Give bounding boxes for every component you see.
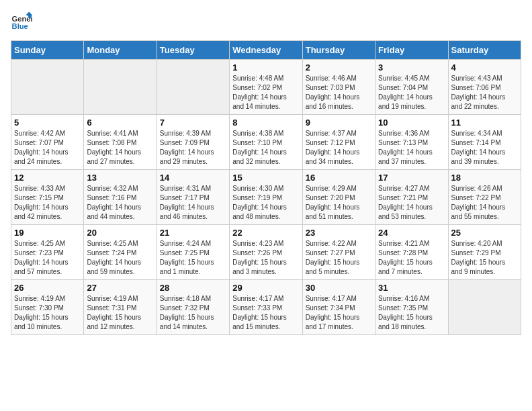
- calendar-cell: 11Sunrise: 4:34 AM Sunset: 7:14 PM Dayli…: [448, 115, 521, 170]
- day-number: 22: [232, 228, 299, 238]
- calendar-cell: 27Sunrise: 4:19 AM Sunset: 7:31 PM Dayli…: [84, 280, 157, 335]
- day-number: 4: [451, 62, 518, 73]
- day-info: Sunrise: 4:45 AM Sunset: 7:04 PM Dayligh…: [378, 74, 445, 111]
- day-info: Sunrise: 4:37 AM Sunset: 7:12 PM Dayligh…: [306, 129, 372, 167]
- calendar-cell: 28Sunrise: 4:18 AM Sunset: 7:32 PM Dayli…: [157, 280, 229, 335]
- calendar-cell: [157, 60, 229, 115]
- day-number: 31: [378, 283, 445, 293]
- calendar-cell: 16Sunrise: 4:29 AM Sunset: 7:20 PM Dayli…: [302, 170, 375, 225]
- day-number: 18: [451, 173, 518, 183]
- day-number: 13: [87, 173, 153, 183]
- day-info: Sunrise: 4:22 AM Sunset: 7:27 PM Dayligh…: [306, 239, 372, 277]
- day-info: Sunrise: 4:42 AM Sunset: 7:07 PM Dayligh…: [14, 129, 81, 167]
- calendar-cell: 24Sunrise: 4:21 AM Sunset: 7:28 PM Dayli…: [375, 225, 448, 280]
- day-info: Sunrise: 4:19 AM Sunset: 7:31 PM Dayligh…: [87, 294, 153, 332]
- weekday-header-saturday: Saturday: [448, 41, 521, 60]
- calendar-cell: 18Sunrise: 4:26 AM Sunset: 7:22 PM Dayli…: [448, 170, 521, 225]
- calendar-cell: [84, 60, 157, 115]
- day-number: 29: [232, 283, 299, 293]
- day-info: Sunrise: 4:30 AM Sunset: 7:19 PM Dayligh…: [232, 184, 299, 222]
- day-number: 25: [451, 228, 518, 238]
- day-number: 19: [14, 228, 81, 238]
- day-info: Sunrise: 4:17 AM Sunset: 7:33 PM Dayligh…: [232, 294, 299, 332]
- day-number: 30: [306, 283, 372, 293]
- weekday-header-friday: Friday: [375, 41, 448, 60]
- day-info: Sunrise: 4:41 AM Sunset: 7:08 PM Dayligh…: [87, 129, 153, 167]
- calendar-week-row: 12Sunrise: 4:33 AM Sunset: 7:15 PM Dayli…: [11, 170, 521, 225]
- day-info: Sunrise: 4:36 AM Sunset: 7:13 PM Dayligh…: [378, 129, 445, 167]
- day-info: Sunrise: 4:25 AM Sunset: 7:24 PM Dayligh…: [87, 239, 153, 277]
- calendar-cell: 4Sunrise: 4:43 AM Sunset: 7:06 PM Daylig…: [448, 60, 521, 115]
- calendar-cell: 20Sunrise: 4:25 AM Sunset: 7:24 PM Dayli…: [84, 225, 157, 280]
- day-info: Sunrise: 4:21 AM Sunset: 7:28 PM Dayligh…: [378, 239, 445, 277]
- day-info: Sunrise: 4:20 AM Sunset: 7:29 PM Dayligh…: [451, 239, 518, 277]
- day-info: Sunrise: 4:33 AM Sunset: 7:15 PM Dayligh…: [14, 184, 81, 222]
- day-number: 14: [160, 173, 226, 183]
- day-info: Sunrise: 4:26 AM Sunset: 7:22 PM Dayligh…: [451, 184, 518, 222]
- calendar-cell: 31Sunrise: 4:16 AM Sunset: 7:35 PM Dayli…: [375, 280, 448, 335]
- page-header: General Blue: [11, 11, 521, 32]
- day-info: Sunrise: 4:46 AM Sunset: 7:03 PM Dayligh…: [306, 74, 372, 111]
- calendar-cell: [11, 60, 84, 115]
- day-info: Sunrise: 4:27 AM Sunset: 7:21 PM Dayligh…: [378, 184, 445, 222]
- day-info: Sunrise: 4:16 AM Sunset: 7:35 PM Dayligh…: [378, 294, 445, 332]
- day-number: 17: [378, 173, 445, 183]
- day-number: 9: [306, 118, 372, 128]
- calendar-cell: 1Sunrise: 4:48 AM Sunset: 7:02 PM Daylig…: [230, 60, 302, 115]
- calendar-cell: 5Sunrise: 4:42 AM Sunset: 7:07 PM Daylig…: [11, 115, 84, 170]
- day-number: 11: [451, 118, 518, 128]
- calendar-cell: 15Sunrise: 4:30 AM Sunset: 7:19 PM Dayli…: [230, 170, 302, 225]
- day-number: 6: [87, 118, 153, 128]
- day-number: 2: [306, 62, 372, 73]
- weekday-header-thursday: Thursday: [302, 41, 375, 60]
- weekday-header-tuesday: Tuesday: [157, 41, 229, 60]
- calendar-week-row: 19Sunrise: 4:25 AM Sunset: 7:23 PM Dayli…: [11, 225, 521, 280]
- weekday-header-sunday: Sunday: [11, 41, 84, 60]
- day-info: Sunrise: 4:32 AM Sunset: 7:16 PM Dayligh…: [87, 184, 153, 222]
- day-info: Sunrise: 4:48 AM Sunset: 7:02 PM Dayligh…: [232, 74, 299, 111]
- day-number: 23: [306, 228, 372, 238]
- day-info: Sunrise: 4:19 AM Sunset: 7:30 PM Dayligh…: [14, 294, 81, 332]
- day-info: Sunrise: 4:25 AM Sunset: 7:23 PM Dayligh…: [14, 239, 81, 277]
- logo-icon: General Blue: [11, 11, 32, 32]
- calendar-cell: 3Sunrise: 4:45 AM Sunset: 7:04 PM Daylig…: [375, 60, 448, 115]
- day-number: 3: [378, 62, 445, 73]
- day-number: 20: [87, 228, 153, 238]
- day-number: 7: [160, 118, 226, 128]
- calendar-week-row: 1Sunrise: 4:48 AM Sunset: 7:02 PM Daylig…: [11, 60, 521, 115]
- day-number: 28: [160, 283, 226, 293]
- day-number: 16: [306, 173, 372, 183]
- calendar-cell: 12Sunrise: 4:33 AM Sunset: 7:15 PM Dayli…: [11, 170, 84, 225]
- calendar-cell: 10Sunrise: 4:36 AM Sunset: 7:13 PM Dayli…: [375, 115, 448, 170]
- calendar-week-row: 5Sunrise: 4:42 AM Sunset: 7:07 PM Daylig…: [11, 115, 521, 170]
- day-info: Sunrise: 4:34 AM Sunset: 7:14 PM Dayligh…: [451, 129, 518, 167]
- day-number: 5: [14, 118, 81, 128]
- day-number: 26: [14, 283, 81, 293]
- calendar-cell: 9Sunrise: 4:37 AM Sunset: 7:12 PM Daylig…: [302, 115, 375, 170]
- calendar-cell: 14Sunrise: 4:31 AM Sunset: 7:17 PM Dayli…: [157, 170, 229, 225]
- day-number: 8: [232, 118, 299, 128]
- day-info: Sunrise: 4:18 AM Sunset: 7:32 PM Dayligh…: [160, 294, 226, 332]
- calendar-cell: 23Sunrise: 4:22 AM Sunset: 7:27 PM Dayli…: [302, 225, 375, 280]
- calendar-cell: 8Sunrise: 4:38 AM Sunset: 7:10 PM Daylig…: [230, 115, 302, 170]
- day-info: Sunrise: 4:24 AM Sunset: 7:25 PM Dayligh…: [160, 239, 226, 277]
- day-number: 21: [160, 228, 226, 238]
- calendar-cell: 29Sunrise: 4:17 AM Sunset: 7:33 PM Dayli…: [230, 280, 302, 335]
- svg-text:Blue: Blue: [12, 22, 28, 30]
- calendar-cell: 6Sunrise: 4:41 AM Sunset: 7:08 PM Daylig…: [84, 115, 157, 170]
- day-info: Sunrise: 4:31 AM Sunset: 7:17 PM Dayligh…: [160, 184, 226, 222]
- calendar-table: SundayMondayTuesdayWednesdayThursdayFrid…: [11, 40, 521, 335]
- calendar-cell: 22Sunrise: 4:23 AM Sunset: 7:26 PM Dayli…: [230, 225, 302, 280]
- day-number: 10: [378, 118, 445, 128]
- day-info: Sunrise: 4:23 AM Sunset: 7:26 PM Dayligh…: [232, 239, 299, 277]
- calendar-cell: 19Sunrise: 4:25 AM Sunset: 7:23 PM Dayli…: [11, 225, 84, 280]
- day-info: Sunrise: 4:39 AM Sunset: 7:09 PM Dayligh…: [160, 129, 226, 167]
- calendar-cell: 21Sunrise: 4:24 AM Sunset: 7:25 PM Dayli…: [157, 225, 229, 280]
- day-info: Sunrise: 4:43 AM Sunset: 7:06 PM Dayligh…: [451, 74, 518, 111]
- calendar-week-row: 26Sunrise: 4:19 AM Sunset: 7:30 PM Dayli…: [11, 280, 521, 335]
- day-number: 1: [232, 62, 299, 73]
- day-number: 27: [87, 283, 153, 293]
- calendar-cell: 7Sunrise: 4:39 AM Sunset: 7:09 PM Daylig…: [157, 115, 229, 170]
- weekday-header-row: SundayMondayTuesdayWednesdayThursdayFrid…: [11, 41, 521, 60]
- calendar-cell: 17Sunrise: 4:27 AM Sunset: 7:21 PM Dayli…: [375, 170, 448, 225]
